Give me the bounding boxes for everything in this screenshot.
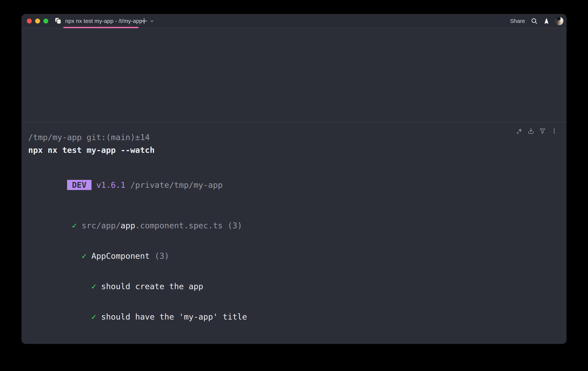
tab-switcher-chevron-icon[interactable] — [150, 19, 154, 23]
test-case-name: should create the app — [101, 282, 203, 291]
file-name-rest: .component.spec.ts — [135, 221, 223, 230]
project-path: /private/tmp/my-app — [130, 180, 223, 190]
shell-prompt: /tmp/my-app git:(main)±14 — [28, 132, 559, 142]
zoom-window-button[interactable] — [43, 19, 48, 23]
test-case-name: should render title — [101, 342, 193, 344]
sparkles-icon[interactable] — [515, 127, 523, 135]
more-vertical-icon[interactable] — [550, 127, 558, 135]
close-window-button[interactable] — [27, 19, 32, 23]
test-suite-row: ✓AppComponent(3) — [28, 241, 559, 271]
new-tab-icon[interactable] — [140, 18, 148, 25]
command-text: npx nx test my-app --watch — [28, 145, 559, 155]
check-icon: ✓ — [92, 282, 96, 291]
warp-logo-icon[interactable] — [544, 18, 549, 24]
terminal-scrollback — [21, 28, 567, 122]
tab-bar-right: Share — [510, 17, 563, 25]
tab-active[interactable]: npx nx test my-app - /t/my-app — [62, 14, 142, 28]
file-name-highlight: app — [121, 221, 135, 230]
suite-name: AppComponent — [92, 251, 150, 261]
suite-test-count: (3) — [155, 251, 169, 261]
test-case-row: ✓should render title — [28, 332, 559, 344]
terminal-window: npx nx test my-app - /t/my-app Share — [21, 14, 567, 344]
file-test-count: (3) — [228, 221, 242, 230]
traffic-lights — [27, 19, 48, 23]
vitest-version: v1.6.1 — [96, 180, 125, 190]
download-icon[interactable] — [527, 127, 535, 135]
test-case-row: ✓should create the app — [28, 271, 559, 301]
share-button[interactable]: Share — [510, 18, 525, 24]
tab-title: npx nx test my-app - /t/my-app — [65, 18, 142, 24]
tab-active-underline — [63, 27, 138, 28]
command-block[interactable]: /tmp/my-app git:(main)±14 npx nx test my… — [21, 122, 567, 343]
blank-line — [28, 200, 559, 210]
check-icon: ✓ — [72, 221, 77, 230]
block-actions — [515, 127, 558, 135]
search-icon[interactable] — [531, 18, 538, 25]
check-icon: ✓ — [92, 312, 96, 321]
test-file-row: ✓src/app/app.component.spec.ts(3) — [28, 210, 559, 241]
file-dir: src/app/ — [82, 221, 121, 230]
pages-icon[interactable] — [54, 17, 62, 25]
test-case-name: should have the 'my-app' title — [101, 312, 247, 321]
check-icon: ✓ — [92, 342, 96, 344]
tab-bar: npx nx test my-app - /t/my-app Share — [21, 14, 567, 28]
vitest-dev-line: DEVv1.6.1/private/tmp/my-app — [28, 170, 559, 200]
avatar[interactable] — [555, 17, 563, 25]
terminal-output: /tmp/my-app git:(main)±14 npx nx test my… — [21, 123, 567, 344]
check-icon: ✓ — [82, 251, 87, 261]
filter-icon[interactable] — [539, 127, 546, 135]
test-case-row: ✓should have the 'my-app' title — [28, 301, 559, 332]
minimize-window-button[interactable] — [35, 19, 40, 23]
dev-badge: DEV — [67, 180, 91, 190]
